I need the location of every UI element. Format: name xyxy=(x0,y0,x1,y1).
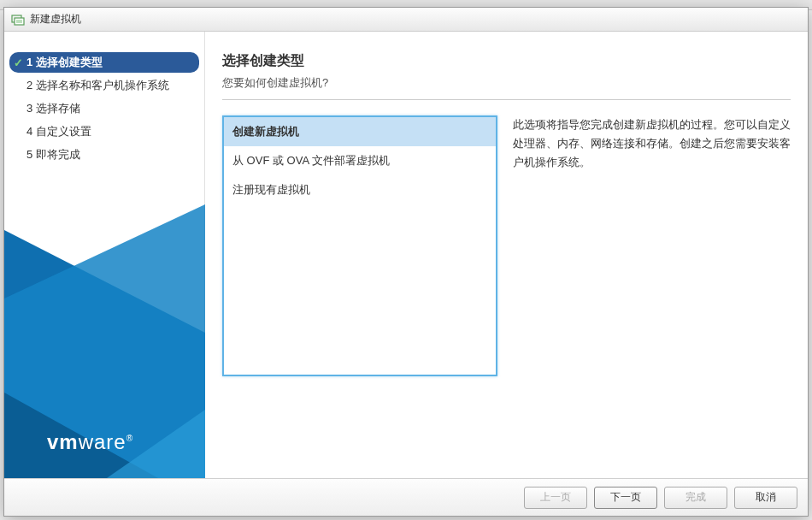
step-3[interactable]: 3 选择存储 xyxy=(9,98,199,119)
page-subtitle: 您要如何创建虚拟机? xyxy=(222,75,791,91)
step-2[interactable]: 2 选择名称和客户机操作系统 xyxy=(9,75,199,96)
creation-type-list[interactable]: 创建新虚拟机 从 OVF 或 OVA 文件部署虚拟机 注册现有虚拟机 xyxy=(222,115,497,376)
step-4[interactable]: 4 自定义设置 xyxy=(9,121,199,142)
sidebar-graphic: vmware® xyxy=(4,145,205,478)
dialog-footer: 上一页 下一页 完成 取消 xyxy=(4,478,808,516)
wizard-sidebar: ✓ 1 选择创建类型 2 选择名称和客户机操作系统 3 选择存储 4 自定义设置 xyxy=(4,32,205,478)
checkmark-icon: ✓ xyxy=(9,56,26,69)
option-create-new-vm[interactable]: 创建新虚拟机 xyxy=(224,117,496,146)
finish-button[interactable]: 完成 xyxy=(664,487,727,509)
option-deploy-ovf-ova[interactable]: 从 OVF 或 OVA 文件部署虚拟机 xyxy=(224,146,496,175)
title-bar: 新建虚拟机 xyxy=(4,8,808,32)
vm-icon xyxy=(11,13,25,27)
new-vm-dialog: 新建虚拟机 ✓ 1 选择创建类型 2 选择名称和客户机操作系统 3 选择存储 xyxy=(3,7,809,517)
cancel-button[interactable]: 取消 xyxy=(734,487,797,509)
option-register-existing-vm[interactable]: 注册现有虚拟机 xyxy=(224,175,496,204)
back-button[interactable]: 上一页 xyxy=(524,487,587,509)
divider xyxy=(222,99,791,100)
vmware-logo: vmware® xyxy=(47,430,133,454)
svg-rect-2 xyxy=(16,20,22,23)
page-title: 选择创建类型 xyxy=(222,52,791,70)
next-button[interactable]: 下一页 xyxy=(594,487,657,509)
option-description: 此选项将指导您完成创建新虚拟机的过程。您可以自定义处理器、内存、网络连接和存储。… xyxy=(513,115,791,468)
dialog-title: 新建虚拟机 xyxy=(30,12,81,27)
main-panel: 选择创建类型 您要如何创建虚拟机? 创建新虚拟机 从 OVF 或 OVA 文件部… xyxy=(205,32,808,478)
step-1[interactable]: ✓ 1 选择创建类型 xyxy=(9,52,199,73)
